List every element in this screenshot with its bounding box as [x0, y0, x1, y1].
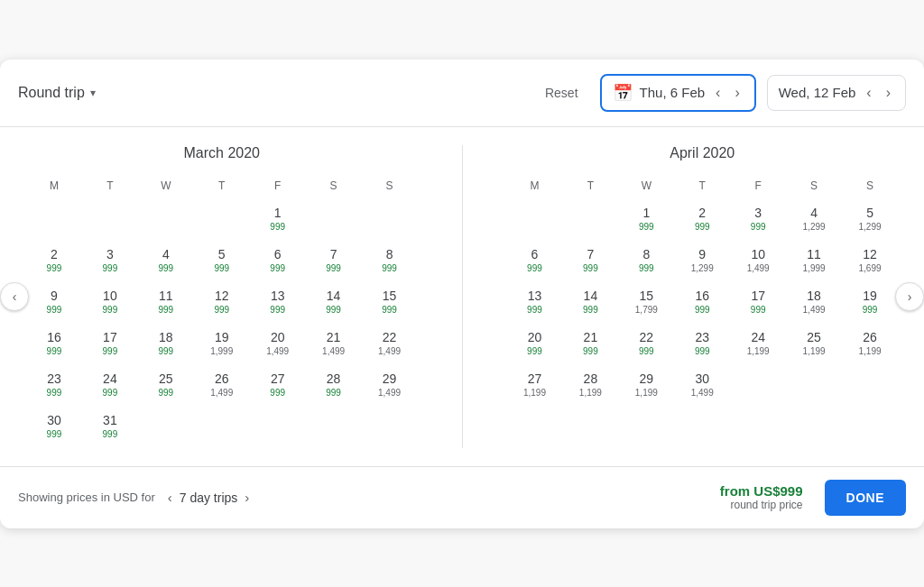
day-header-s2: S: [363, 176, 417, 199]
table-row[interactable]: 301,499: [675, 367, 729, 407]
table-row[interactable]: 91,299: [675, 243, 729, 282]
showing-text: Showing prices in USD for: [18, 491, 155, 504]
table-row[interactable]: 2999: [27, 243, 81, 282]
table-row[interactable]: 6999: [508, 243, 562, 282]
table-row[interactable]: 14999: [307, 284, 361, 324]
table-row[interactable]: 16999: [675, 284, 729, 324]
table-row[interactable]: 1999: [251, 201, 305, 241]
table-row[interactable]: 16999: [27, 326, 81, 365]
departure-date-selector[interactable]: 📅 Thu, 6 Feb ‹ ›: [600, 74, 756, 112]
departure-prev-button[interactable]: ‹: [712, 84, 724, 102]
march-empty: [139, 201, 193, 241]
table-row[interactable]: 8999: [619, 243, 673, 282]
table-row[interactable]: 20999: [508, 326, 562, 365]
return-prev-button[interactable]: ‹: [863, 83, 874, 103]
table-row[interactable]: 51,299: [843, 201, 897, 241]
table-row[interactable]: 22999: [619, 326, 673, 365]
table-row[interactable]: 7999: [307, 243, 361, 282]
round-trip-label: Round trip: [18, 85, 85, 101]
table-row[interactable]: 13999: [508, 284, 562, 324]
table-row[interactable]: 23999: [675, 326, 729, 365]
april-title: April 2020: [508, 145, 898, 161]
table-row[interactable]: 181,499: [787, 284, 841, 324]
table-row[interactable]: 3999: [731, 201, 785, 241]
table-row[interactable]: 30999: [27, 408, 81, 448]
departure-next-button[interactable]: ›: [731, 84, 743, 102]
table-row[interactable]: 11999: [139, 284, 193, 324]
trip-nav: ‹ 7 day trips ›: [166, 488, 252, 507]
table-row[interactable]: 13999: [251, 284, 305, 324]
price-sub: round trip price: [720, 499, 803, 511]
march-calendar: March 2020 M T W T F S S 1999: [27, 145, 417, 448]
return-date-text: Wed, 12 Feb: [779, 85, 856, 100]
table-row[interactable]: 31999: [83, 408, 137, 448]
return-next-button[interactable]: ›: [882, 83, 894, 103]
table-row[interactable]: 12999: [195, 284, 249, 324]
table-row[interactable]: 2999: [675, 201, 729, 241]
table-row[interactable]: 201,499: [251, 326, 305, 365]
day-header-m1: M: [27, 176, 81, 199]
table-row[interactable]: 10999: [83, 284, 137, 324]
march-empty: [307, 201, 361, 241]
table-row[interactable]: 211,499: [307, 326, 361, 365]
calendars-wrapper: ‹ March 2020 M T W T F S S: [0, 127, 924, 466]
table-row[interactable]: 5999: [195, 243, 249, 282]
day-header-m2: M: [508, 176, 562, 199]
day-header-s3: S: [787, 176, 841, 199]
march-empty: [363, 201, 417, 241]
chevron-down-icon: ▾: [90, 87, 96, 99]
table-row[interactable]: 251,199: [787, 326, 841, 365]
footer: Showing prices in USD for ‹ 7 day trips …: [0, 466, 924, 528]
table-row[interactable]: 27999: [251, 367, 305, 407]
table-row[interactable]: 221,499: [363, 326, 417, 365]
calendar-right-nav[interactable]: ›: [895, 282, 924, 311]
day-header-t1: T: [83, 176, 137, 199]
table-row[interactable]: 281,199: [563, 367, 617, 407]
calendars: March 2020 M T W T F S S 1999: [0, 127, 924, 466]
table-row[interactable]: 18999: [139, 326, 193, 365]
table-row[interactable]: 291,499: [363, 367, 417, 407]
table-row[interactable]: 8999: [363, 243, 417, 282]
table-row[interactable]: 121,699: [843, 243, 897, 282]
done-button[interactable]: DONE: [825, 480, 906, 516]
table-row[interactable]: 6999: [251, 243, 305, 282]
trip-next-button[interactable]: ›: [243, 488, 251, 507]
table-row[interactable]: 17999: [83, 326, 137, 365]
day-header-f1: F: [251, 176, 305, 199]
march-empty: [195, 201, 249, 241]
table-row[interactable]: 25999: [139, 367, 193, 407]
table-row[interactable]: 271,199: [508, 367, 562, 407]
table-row[interactable]: 191,999: [195, 326, 249, 365]
table-row[interactable]: 7999: [563, 243, 617, 282]
return-date-selector[interactable]: Wed, 12 Feb ‹ ›: [767, 75, 906, 111]
table-row[interactable]: 261,199: [843, 326, 897, 365]
table-row[interactable]: 17999: [731, 284, 785, 324]
table-row[interactable]: 15999: [363, 284, 417, 324]
header: Round trip ▾ Reset 📅 Thu, 6 Feb ‹ › Wed,…: [0, 60, 924, 127]
trip-label: 7 day trips: [180, 491, 238, 505]
table-row[interactable]: 9999: [27, 284, 81, 324]
reset-button[interactable]: Reset: [534, 78, 589, 107]
table-row[interactable]: 21999: [563, 326, 617, 365]
table-row[interactable]: 24999: [83, 367, 137, 407]
table-row[interactable]: 151,799: [619, 284, 673, 324]
table-row[interactable]: 3999: [83, 243, 137, 282]
table-row[interactable]: 23999: [27, 367, 81, 407]
table-row[interactable]: 241,199: [731, 326, 785, 365]
table-row[interactable]: 291,199: [619, 367, 673, 407]
calendar-icon: 📅: [613, 83, 633, 103]
table-row[interactable]: 41,299: [787, 201, 841, 241]
trip-prev-button[interactable]: ‹: [166, 488, 174, 507]
calendar-left-nav[interactable]: ‹: [0, 282, 29, 311]
round-trip-button[interactable]: Round trip ▾: [18, 85, 96, 101]
price-info: from US$999 round trip price: [720, 483, 803, 511]
table-row[interactable]: 101,499: [731, 243, 785, 282]
day-header-t4: T: [675, 176, 729, 199]
table-row[interactable]: 14999: [563, 284, 617, 324]
table-row[interactable]: 1999: [619, 201, 673, 241]
table-row[interactable]: 19999: [843, 284, 897, 324]
table-row[interactable]: 111,999: [787, 243, 841, 282]
table-row[interactable]: 4999: [139, 243, 193, 282]
table-row[interactable]: 261,499: [195, 367, 249, 407]
table-row[interactable]: 28999: [307, 367, 361, 407]
